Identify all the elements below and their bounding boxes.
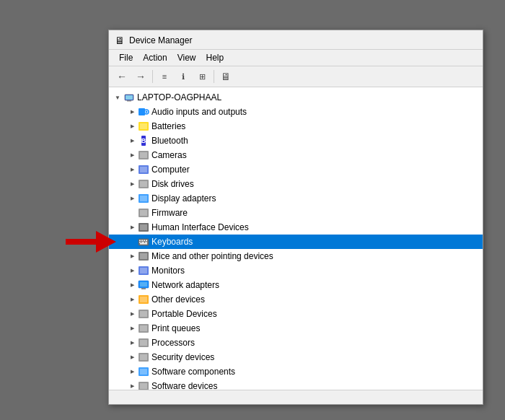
expand-icon[interactable] [126,351,138,363]
status-bar [109,390,483,404]
device-tree[interactable]: ▼ LAPTOP-OAGPHAAL Audio inputs and outpu… [109,87,483,390]
tree-item[interactable]: Print queues [109,321,483,336]
item-icon [138,164,149,175]
menu-action[interactable]: Action [139,51,171,64]
svg-rect-4 [126,95,133,100]
item-icon [138,121,149,132]
expand-icon[interactable] [126,164,138,175]
tree-item[interactable]: Network adapters [109,278,483,292]
tree-item[interactable]: Firmware [109,206,483,220]
tree-item[interactable]: Monitors [109,263,483,278]
expand-icon[interactable] [126,380,138,390]
svg-rect-53 [140,383,147,389]
tree-item[interactable]: Batteries [109,119,483,134]
item-label: Network adapters [152,280,219,290]
tree-item[interactable]: Human Interface Devices [109,220,483,235]
item-icon [138,250,149,262]
item-icon [138,178,149,190]
tree-item[interactable]: Software components [109,364,483,379]
item-icon [138,236,149,248]
item-icon [138,337,149,349]
item-label: Keyboards [152,237,193,247]
tree-item[interactable]: B Bluetooth [109,134,483,148]
expand-icon [126,236,138,248]
tree-item[interactable]: Audio inputs and outputs [109,105,483,119]
tree-item[interactable]: Processors [109,336,483,350]
expand-icon[interactable] [126,294,138,305]
toolbar-properties[interactable]: ≡ [156,69,173,84]
item-icon [138,294,149,305]
svg-rect-28 [146,240,147,242]
expand-icon[interactable] [126,121,138,132]
tree-item[interactable]: Cameras [109,148,483,162]
item-icon [138,279,149,291]
expand-icon[interactable] [126,149,138,161]
tree-root: ▼ LAPTOP-OAGPHAAL Audio inputs and outpu… [109,90,483,390]
svg-rect-34 [140,253,147,259]
tree-item[interactable]: Keyboards [109,235,483,249]
item-icon [138,207,149,219]
item-label: Batteries [152,121,185,131]
item-label: Print queues [152,323,200,333]
tree-item[interactable]: Computer [109,162,483,177]
expand-icon[interactable] [126,135,138,146]
item-label: Software components [152,367,235,377]
expand-icon[interactable] [126,222,138,233]
expand-icon[interactable] [126,106,138,118]
item-label: Processors [152,338,195,348]
svg-rect-9 [140,123,147,129]
svg-rect-47 [140,340,147,346]
expand-icon [126,207,138,219]
tree-item[interactable]: Security devices [109,350,483,364]
item-icon [138,265,149,276]
toolbar-scan[interactable]: ⊞ [193,69,211,84]
expand-icon[interactable] [126,337,138,349]
item-icon [138,193,149,204]
svg-rect-0 [66,239,98,245]
svg-rect-39 [141,288,146,289]
svg-rect-36 [140,268,147,274]
item-label: Display adapters [152,193,216,204]
expand-icon[interactable] [126,265,138,276]
svg-rect-13 [140,152,147,158]
tree-item[interactable]: Portable Devices [109,307,483,321]
tree-item[interactable]: Mice and other pointing devices [109,249,483,263]
toolbar-update[interactable]: ℹ [175,69,192,84]
tree-root-item[interactable]: ▼ LAPTOP-OAGPHAAL [109,90,483,105]
svg-text:B: B [141,137,146,144]
expand-icon[interactable] [126,178,138,190]
item-label: Firmware [152,208,188,218]
expand-icon[interactable] [126,366,138,377]
item-icon [138,106,149,118]
toolbar-back[interactable]: ← [113,69,131,84]
item-label: Mice and other pointing devices [152,251,273,261]
expand-icon[interactable] [126,279,138,291]
svg-rect-15 [140,167,147,172]
expand-icon[interactable] [126,193,138,204]
svg-rect-51 [140,369,147,375]
item-label: Computer [152,165,190,175]
svg-rect-30 [141,242,144,243]
menu-help[interactable]: Help [202,51,229,64]
expand-icon[interactable] [126,250,138,262]
menu-view[interactable]: View [173,51,201,64]
item-label: Portable Devices [152,309,217,319]
root-expand-icon[interactable]: ▼ [112,92,123,103]
tree-item[interactable]: Software devices [109,379,483,390]
toolbar-forward[interactable]: → [132,69,149,84]
item-label: Other devices [152,294,205,305]
toolbar-display[interactable]: 🖥 [217,69,234,84]
expand-icon[interactable] [126,323,138,334]
item-icon: B [138,135,149,146]
svg-rect-32 [140,243,147,245]
item-label: Bluetooth [152,136,188,146]
menu-file[interactable]: File [115,51,137,64]
svg-rect-29 [139,242,141,243]
tree-item[interactable]: Other devices [109,292,483,307]
svg-rect-41 [140,297,147,302]
item-icon [138,222,149,233]
item-label: Monitors [152,266,185,276]
expand-icon[interactable] [126,308,138,320]
tree-item[interactable]: Disk drives [109,177,483,191]
tree-item[interactable]: Display adapters [109,191,483,206]
